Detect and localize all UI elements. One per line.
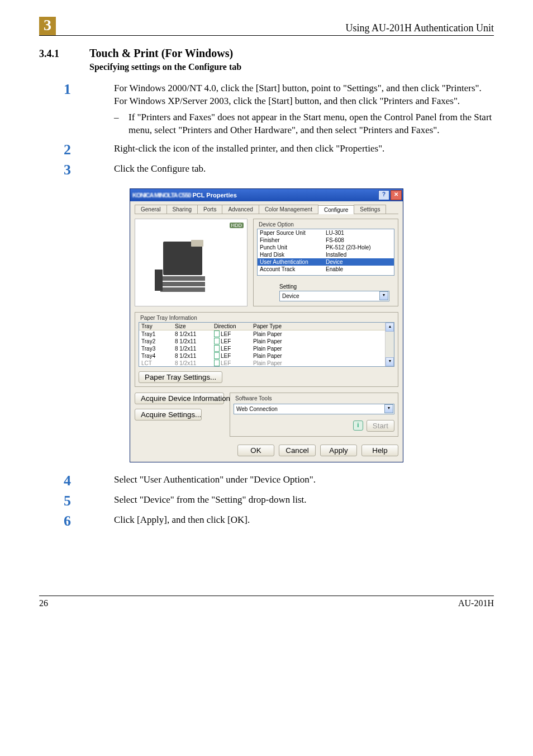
list-item-selected: User AuthenticationDevice <box>258 258 394 266</box>
step-number: 2 <box>39 143 114 157</box>
help-button[interactable]: Help <box>361 445 398 456</box>
step-number: 5 <box>39 494 114 508</box>
paper-tray-group: Paper Tray Information Tray Size Directi… <box>135 312 398 387</box>
tab-strip: General Sharing Ports Advanced Color Man… <box>135 205 398 214</box>
step-4: 4 Select "User Authentication" under "De… <box>39 474 494 488</box>
svg-rect-1 <box>191 240 203 247</box>
setting-dropdown[interactable]: Device ▾ <box>279 291 389 301</box>
step-text: Select "User Authentication" under "Devi… <box>114 474 494 488</box>
step-number: 3 <box>39 163 114 177</box>
scrollbar[interactable]: ▴▾ <box>385 323 394 366</box>
titlebar: KONICA MINOLTA C550 PCL Properties ? ✕ <box>130 189 403 201</box>
svg-rect-2 <box>160 276 205 281</box>
paper-tray-table[interactable]: Tray Size Direction Paper Type Tray18 1/… <box>139 322 394 367</box>
section-title: Touch & Print (For Windows) <box>89 47 233 60</box>
chevron-down-icon: ▾ <box>384 404 393 413</box>
section-heading: 3.4.1 Touch & Print (For Windows) <box>39 47 494 60</box>
doc-id: AU-201H <box>458 598 494 608</box>
step-sub-text: If "Printers and Faxes" does not appear … <box>129 111 494 137</box>
printer-preview: HDD <box>135 219 248 306</box>
step-3: 3 Click the Configure tab. <box>39 163 494 177</box>
ok-button[interactable]: OK <box>237 445 274 456</box>
chapter-number-badge: 3 <box>39 17 56 35</box>
page-header: 3 Using AU-201H Authentication Unit <box>39 17 494 36</box>
paper-tray-settings-button[interactable]: Paper Tray Settings... <box>139 371 222 383</box>
orientation-icon <box>214 338 220 344</box>
table-row: LCT8 1/2x11LEFPlain Paper <box>139 360 394 367</box>
col-header: Tray <box>141 323 175 330</box>
close-icon[interactable]: ✕ <box>391 190 402 200</box>
scroll-up-icon: ▴ <box>386 323 394 332</box>
device-option-label: Device Option <box>257 221 296 228</box>
apply-button[interactable]: Apply <box>320 445 357 456</box>
step-text: For Windows 2000/NT 4.0, click the [Star… <box>114 82 494 95</box>
tab-settings[interactable]: Settings <box>354 205 386 214</box>
step-text: For Windows XP/Server 2003, click the [S… <box>114 95 494 108</box>
device-option-list[interactable]: Paper Source UnitLU-301 FinisherFS-608 P… <box>257 229 394 276</box>
cancel-button[interactable]: Cancel <box>279 445 316 456</box>
properties-window: KONICA MINOLTA C550 PCL Properties ? ✕ G… <box>130 188 403 462</box>
orientation-icon <box>214 360 220 366</box>
step-text: Click [Apply], and then click [OK]. <box>114 514 494 528</box>
bullet-dash: – <box>114 111 129 137</box>
window-title: KONICA MINOLTA C550 PCL Properties <box>132 192 237 199</box>
setting-value: Device <box>282 293 299 299</box>
orientation-icon <box>214 352 220 359</box>
printer-icon <box>152 236 219 295</box>
step-text: Right-click the icon of the installed pr… <box>114 143 494 157</box>
col-header: Direction <box>214 323 253 330</box>
info-icon[interactable]: i <box>353 420 363 431</box>
section-number: 3.4.1 <box>39 48 89 60</box>
acquire-device-button[interactable]: Acquire Device Information <box>135 393 224 404</box>
svg-rect-4 <box>160 287 205 292</box>
tab-configure[interactable]: Configure <box>318 205 354 214</box>
table-row: Tray28 1/2x11LEFPlain Paper <box>139 338 394 345</box>
chevron-down-icon: ▾ <box>379 291 388 300</box>
step-6: 6 Click [Apply], and then click [OK]. <box>39 514 494 528</box>
table-row: Tray48 1/2x11LEFPlain Paper <box>139 352 394 360</box>
tab-general[interactable]: General <box>135 205 167 214</box>
step-text: Click the Configure tab. <box>114 163 494 177</box>
setting-label: Setting <box>279 284 394 290</box>
software-tool-value: Web Connection <box>236 406 278 412</box>
svg-rect-3 <box>160 282 205 286</box>
section-subtitle: Specifying settings on the Configure tab <box>89 62 494 72</box>
step-1: 1 For Windows 2000/NT 4.0, click the [St… <box>39 82 494 137</box>
start-button[interactable]: Start <box>367 420 394 432</box>
help-icon[interactable]: ? <box>378 190 389 200</box>
step-2: 2 Right-click the icon of the installed … <box>39 143 494 157</box>
orientation-icon <box>214 345 220 352</box>
tab-advanced[interactable]: Advanced <box>222 205 259 214</box>
tab-sharing[interactable]: Sharing <box>166 205 198 214</box>
svg-rect-5 <box>155 270 163 291</box>
hdd-badge: HDD <box>230 223 244 228</box>
acquire-settings-button[interactable]: Acquire Settings... <box>135 409 202 420</box>
step-number: 4 <box>39 474 114 488</box>
step-5: 5 Select "Device" from the "Setting" dro… <box>39 494 494 508</box>
software-tools-group: Software Tools Web Connection ▾ i Start <box>230 393 398 437</box>
step-number: 1 <box>39 82 114 137</box>
paper-tray-label: Paper Tray Information <box>139 315 199 321</box>
table-row: Tray38 1/2x11LEFPlain Paper <box>139 345 394 352</box>
step-number: 6 <box>39 514 114 528</box>
col-header: Paper Type <box>253 323 315 330</box>
scroll-down-icon: ▾ <box>386 357 394 366</box>
orientation-icon <box>214 330 220 337</box>
tab-color[interactable]: Color Management <box>259 205 318 214</box>
software-tools-dropdown[interactable]: Web Connection ▾ <box>234 404 394 414</box>
software-tools-label: Software Tools <box>234 395 273 401</box>
step-text: Select "Device" from the "Setting" drop-… <box>114 494 494 508</box>
page-number: 26 <box>39 598 48 608</box>
page-footer: 26 AU-201H <box>39 596 494 608</box>
device-option-group: Device Option Paper Source UnitLU-301 Fi… <box>253 219 398 306</box>
tab-ports[interactable]: Ports <box>197 205 222 214</box>
running-title: Using AU-201H Authentication Unit <box>346 22 494 34</box>
dialog-screenshot: KONICA MINOLTA C550 PCL Properties ? ✕ G… <box>130 188 403 462</box>
col-header: Size <box>175 323 214 330</box>
table-row: Tray18 1/2x11LEFPlain Paper <box>139 330 394 338</box>
